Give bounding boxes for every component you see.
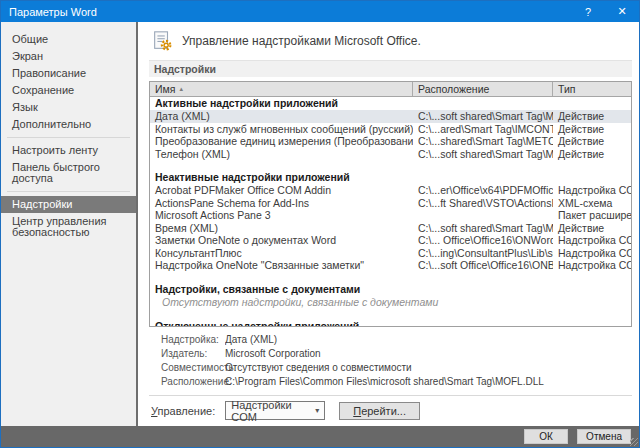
sidebar-separator xyxy=(7,137,130,138)
dialog-title: Параметры Word xyxy=(9,6,97,18)
table-row[interactable]: Acrobat PDFMaker Office COM Addin C:\...… xyxy=(150,184,631,197)
addin-details: Надстройка: Дата (XML) Издатель: Microso… xyxy=(149,327,632,393)
addin-location: C:\...er\Office\x64\PDFMOfficeAddin.dll xyxy=(413,184,553,197)
addin-location: C:\...soft shared\Smart Tag\MOFL.DLL xyxy=(413,222,553,235)
addin-type: Действие xyxy=(553,135,631,148)
detail-compatibility-label: Совместимость: xyxy=(161,362,225,373)
addin-type: Надстройка COM xyxy=(553,247,631,260)
go-button[interactable]: Перейти... xyxy=(339,402,420,420)
section-addins-label: Надстройки xyxy=(149,60,632,77)
table-row[interactable]: Дата (XML) C:\...soft shared\Smart Tag\M… xyxy=(150,110,631,123)
addin-name: Преобразование единиц измерения (Преобра… xyxy=(150,135,413,148)
sidebar: Общие Экран Правописание Сохранение Язык… xyxy=(1,22,138,426)
sidebar-item-addins[interactable]: Надстройки xyxy=(1,196,136,213)
addin-location xyxy=(413,209,553,222)
addin-location: C:\...ared\Smart Tag\IMCONTACT.DLL xyxy=(413,123,553,136)
sidebar-item-display[interactable]: Экран xyxy=(1,48,136,65)
addin-location: C:\...soft shared\Smart Tag\MOFL.DLL xyxy=(413,148,553,161)
sidebar-item-advanced[interactable]: Дополнительно xyxy=(1,116,136,133)
addin-type: Действие xyxy=(553,110,631,123)
sidebar-item-customize-ribbon[interactable]: Настроить ленту xyxy=(1,142,136,159)
addin-location: C:\... Office\Office16\ONWordAddin.dll xyxy=(413,234,553,247)
ok-button[interactable]: ОК xyxy=(524,429,568,444)
close-icon[interactable]: ✕ xyxy=(605,1,639,22)
addin-type: Действие xyxy=(553,148,631,161)
group-header-inactive: Неактивные надстройки приложений xyxy=(150,171,631,184)
detail-publisher-label: Издатель: xyxy=(161,348,225,359)
table-row[interactable]: КонсультантПлюс C:\...ing\ConsultantPlus… xyxy=(150,247,631,260)
addin-location: C:\...ft Shared\VSTO\ActionsPane3.xsd xyxy=(413,197,553,210)
addin-type: Надстройка COM xyxy=(553,234,631,247)
sidebar-item-trust-center[interactable]: Центр управления безопасностью xyxy=(1,213,136,241)
group-header-document-related: Надстройки, связанные с документами xyxy=(150,283,631,296)
panel-title: Управление надстройками Microsoft Office… xyxy=(182,34,421,48)
table-row[interactable]: Телефон (XML) C:\...soft shared\Smart Ta… xyxy=(150,148,631,161)
manage-dropdown[interactable]: Надстройки COM ▾ xyxy=(225,401,325,420)
cancel-button[interactable]: Отмена xyxy=(577,429,631,444)
addins-table: Имя ▴ Расположение Тип Активные надстрой… xyxy=(149,81,632,327)
addin-name: Дата (XML) xyxy=(150,110,413,123)
table-header-row: Имя ▴ Расположение Тип xyxy=(150,82,631,97)
manage-dropdown-value: Надстройки COM xyxy=(231,399,315,423)
sidebar-item-language[interactable]: Язык xyxy=(1,99,136,116)
column-header-name[interactable]: Имя ▴ xyxy=(150,82,413,96)
group-header-active: Активные надстройки приложений xyxy=(150,97,631,110)
addin-type: Пакет расширения XML xyxy=(553,209,631,222)
addin-name: Acrobat PDFMaker Office COM Addin xyxy=(150,184,413,197)
addin-name: Контакты из служб мгновенных сообщений (… xyxy=(150,123,413,136)
addins-panel: Управление надстройками Microsoft Office… xyxy=(138,22,639,426)
addin-name: Телефон (XML) xyxy=(150,148,413,161)
addin-location: C:\...soft Office\Office16\ONBttnWD.dll xyxy=(413,259,553,272)
empty-note-document-related: Отсутствуют надстройки, связанные с доку… xyxy=(150,296,631,309)
addin-name: Надстройка OneNote "Связанные заметки" xyxy=(150,259,413,272)
sidebar-item-quick-access[interactable]: Панель быстрого доступа xyxy=(1,159,136,187)
addin-name: Microsoft Actions Pane 3 xyxy=(150,209,413,222)
detail-addin-label: Надстройка: xyxy=(161,334,225,345)
addin-type: XML-схема xyxy=(553,197,631,210)
table-row[interactable]: Время (XML) C:\...soft shared\Smart Tag\… xyxy=(150,222,631,235)
addin-type: Надстройка COM xyxy=(553,259,631,272)
titlebar: Параметры Word ? ✕ xyxy=(1,1,639,22)
addin-name: Время (XML) xyxy=(150,222,413,235)
sort-ascending-icon: ▴ xyxy=(179,83,183,95)
table-row[interactable]: ActionsPane Schema for Add-Ins C:\...ft … xyxy=(150,197,631,210)
detail-location-label: Расположение: xyxy=(161,376,225,387)
addin-name: КонсультантПлюс xyxy=(150,247,413,260)
sidebar-item-save[interactable]: Сохранение xyxy=(1,82,136,99)
chevron-down-icon: ▾ xyxy=(315,406,319,415)
table-row[interactable]: Контакты из служб мгновенных сообщений (… xyxy=(150,123,631,136)
manage-row: Управление: Надстройки COM ▾ Перейти... xyxy=(149,396,632,426)
addin-manager-icon xyxy=(151,30,173,52)
detail-addin-value: Дата (XML) xyxy=(225,334,632,345)
table-row[interactable]: Преобразование единиц измерения (Преобра… xyxy=(150,135,631,148)
detail-compatibility-value: Отсутствуют сведения о совместимости xyxy=(225,362,632,373)
dialog-body: Общие Экран Правописание Сохранение Язык… xyxy=(1,22,639,426)
resize-grip[interactable] xyxy=(630,438,638,446)
table-row[interactable]: Microsoft Actions Pane 3 Пакет расширени… xyxy=(150,209,631,222)
addin-name: Заметки OneNote о документах Word xyxy=(150,234,413,247)
column-header-location[interactable]: Расположение xyxy=(413,82,553,96)
addin-type: Надстройка COM xyxy=(553,184,631,197)
addin-name: ActionsPane Schema for Add-Ins xyxy=(150,197,413,210)
word-options-dialog: Параметры Word ? ✕ Общие Экран Правописа… xyxy=(0,0,640,448)
dialog-footer: ОК Отмена xyxy=(1,426,639,447)
group-header-disabled: Отключенные надстройки приложений xyxy=(150,320,631,328)
help-icon[interactable]: ? xyxy=(571,1,605,22)
detail-location-value: C:\Program Files\Common Files\microsoft … xyxy=(225,376,632,387)
sidebar-item-general[interactable]: Общие xyxy=(1,31,136,48)
addin-location: C:\...soft shared\Smart Tag\MOFL.DLL xyxy=(413,110,553,123)
addin-type: Действие xyxy=(553,222,631,235)
sidebar-item-proofing[interactable]: Правописание xyxy=(1,65,136,82)
manage-label: Управление: xyxy=(151,405,215,417)
addin-location: C:\...shared\Smart Tag\METCONV.DLL xyxy=(413,135,553,148)
addin-location: C:\...ing\ConsultantPlus\Lib\scons64.dll xyxy=(413,247,553,260)
table-row[interactable]: Надстройка OneNote "Связанные заметки" C… xyxy=(150,259,631,272)
sidebar-separator xyxy=(7,191,130,192)
panel-header: Управление надстройками Microsoft Office… xyxy=(149,27,632,60)
addin-type: Действие xyxy=(553,123,631,136)
detail-publisher-value: Microsoft Corporation xyxy=(225,348,632,359)
column-header-type[interactable]: Тип xyxy=(553,82,631,96)
table-row[interactable]: Заметки OneNote о документах Word C:\...… xyxy=(150,234,631,247)
